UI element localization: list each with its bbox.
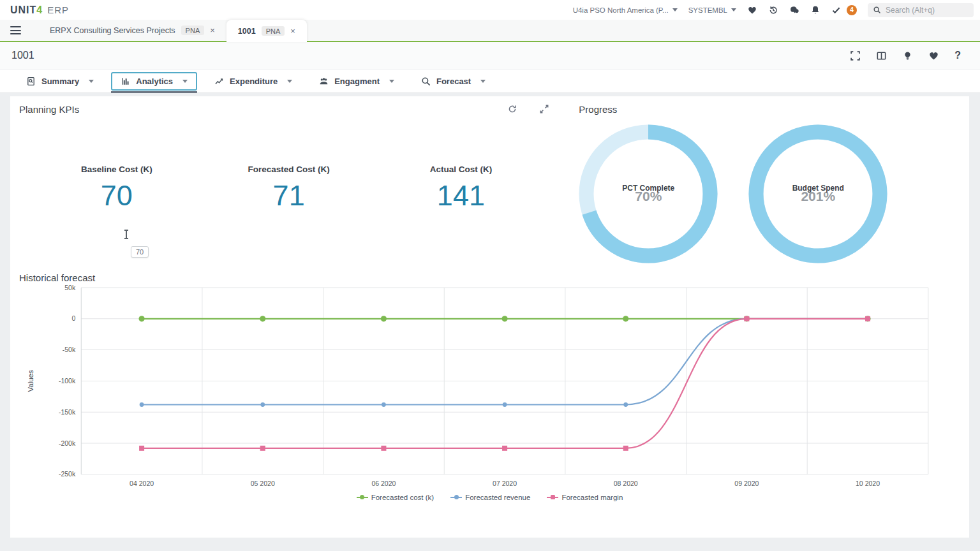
content-panel: Planning KPIs Baseline Cost (K) 70 70	[10, 96, 969, 538]
tab-summary[interactable]: Summary	[17, 72, 103, 91]
analytics-icon	[121, 77, 130, 86]
legend-marker-icon	[357, 495, 368, 500]
progress-title: Progress	[579, 104, 617, 115]
bell-icon[interactable]	[810, 5, 820, 15]
svg-text:-50k: -50k	[63, 346, 76, 353]
caret-down-icon[interactable]	[389, 80, 394, 83]
expand-icon[interactable]	[539, 104, 549, 114]
donut-budget-spend: Budget Spend 201%	[748, 124, 887, 263]
legend-item[interactable]: Forecasted cost (k)	[357, 494, 434, 501]
svg-text:10 2020: 10 2020	[856, 480, 880, 487]
expenditure-icon	[214, 77, 224, 86]
summary-icon	[26, 77, 36, 86]
svg-text:0: 0	[71, 314, 75, 322]
legend-marker-icon	[547, 495, 558, 500]
kpi-tooltip: 70	[131, 246, 149, 258]
close-icon[interactable]: ×	[210, 26, 215, 34]
heart-icon[interactable]	[928, 50, 939, 61]
tab-forecast[interactable]: Forecast	[412, 72, 495, 91]
kpi-baseline-cost: Baseline Cost (K) 70 70	[31, 165, 203, 212]
doc-tab-1001[interactable]: 1001 PNA ×	[226, 20, 307, 42]
tasks-check-icon[interactable]	[831, 5, 842, 15]
caret-down-icon	[672, 8, 678, 11]
chart-legend: Forecasted cost (k)Forecasted revenueFor…	[19, 494, 960, 501]
planning-kpis-title: Planning KPIs	[19, 104, 79, 115]
section-nav: Summary Analytics Expenditure Engagment …	[0, 70, 980, 93]
help-icon[interactable]: ?	[954, 50, 961, 61]
caret-down-icon[interactable]	[287, 80, 292, 83]
tab-badge: PNA	[181, 26, 205, 35]
refresh-icon[interactable]	[507, 104, 517, 114]
page-title: 1001	[11, 50, 34, 61]
svg-text:07 2020: 07 2020	[493, 480, 517, 487]
donut-pct-complete: PCT Complete 70%	[579, 124, 718, 263]
history-icon[interactable]	[768, 5, 778, 15]
legend-item[interactable]: Forecasted revenue	[450, 494, 530, 501]
page-header: 1001 ?	[0, 42, 980, 70]
svg-text:08 2020: 08 2020	[614, 480, 638, 487]
svg-text:50k: 50k	[64, 285, 76, 291]
planning-kpis-card: Planning KPIs Baseline Cost (K) 70 70	[19, 104, 572, 263]
chat-icon[interactable]	[789, 5, 799, 15]
svg-text:-200k: -200k	[59, 439, 76, 447]
tab-badge: PNA	[262, 26, 285, 36]
global-search[interactable]	[868, 3, 974, 17]
search-input[interactable]	[886, 6, 969, 15]
tab-analytics[interactable]: Analytics	[111, 72, 197, 91]
caret-down-icon[interactable]	[182, 80, 188, 83]
topbar: UNIT4 ERP U4ia PSO North America (P... S…	[0, 0, 980, 20]
historical-forecast-title: Historical forecast	[19, 272, 95, 283]
engagement-icon	[319, 77, 329, 86]
columns-icon[interactable]	[876, 50, 887, 61]
historical-forecast-chart: 50k0-50k-100k-150k-200k-250k04 202005 20…	[19, 285, 960, 491]
svg-text:-100k: -100k	[59, 377, 76, 385]
logo-erp: ERP	[47, 4, 69, 15]
close-icon[interactable]: ×	[290, 27, 295, 35]
caret-down-icon[interactable]	[89, 80, 94, 83]
svg-text:09 2020: 09 2020	[734, 480, 759, 487]
lightbulb-icon[interactable]	[902, 50, 913, 61]
kpi-actual-cost: Actual Cost (K) 141	[375, 165, 547, 212]
fullscreen-icon[interactable]	[850, 50, 861, 61]
svg-text:Values: Values	[27, 370, 34, 392]
tab-expenditure[interactable]: Expenditure	[205, 72, 302, 91]
search-icon	[873, 6, 881, 14]
svg-text:04 2020: 04 2020	[130, 480, 154, 487]
svg-text:-150k: -150k	[59, 408, 76, 416]
context-selector[interactable]: U4ia PSO North America (P...	[573, 6, 678, 14]
doc-tab-projects[interactable]: ERPX Consulting Services Projects PNA ×	[38, 20, 226, 41]
kpi-value: 70	[31, 180, 203, 212]
tab-engagement[interactable]: Engagment	[309, 72, 404, 91]
favorites-icon[interactable]	[747, 5, 757, 15]
logo-unit4: UNIT4	[10, 4, 43, 16]
progress-card: Progress PCT Complete 70% Budget Spend 2…	[572, 104, 960, 263]
notification-badge[interactable]: 4	[847, 5, 857, 15]
legend-item[interactable]: Forecasted margin	[547, 494, 623, 501]
caret-down-icon[interactable]	[480, 80, 486, 83]
user-selector[interactable]: SYSTEMBL	[688, 6, 736, 14]
kpi-value: 141	[375, 180, 547, 212]
kpi-forecasted-cost: Forecasted Cost (K) 71	[203, 165, 375, 212]
text-cursor	[123, 230, 130, 239]
kpi-value: 71	[203, 180, 375, 212]
legend-marker-icon	[450, 495, 462, 500]
svg-text:05 2020: 05 2020	[251, 480, 275, 487]
forecast-icon	[421, 77, 431, 86]
svg-text:06 2020: 06 2020	[371, 480, 396, 487]
caret-down-icon	[731, 8, 736, 11]
menu-icon[interactable]	[10, 26, 22, 35]
historical-forecast-card: Historical forecast 50k0-50k-100k-150k-2…	[19, 272, 960, 501]
document-tabbar: ERPX Consulting Services Projects PNA × …	[0, 20, 980, 42]
svg-text:-250k: -250k	[59, 470, 76, 478]
app-logo: UNIT4 ERP	[10, 4, 69, 16]
